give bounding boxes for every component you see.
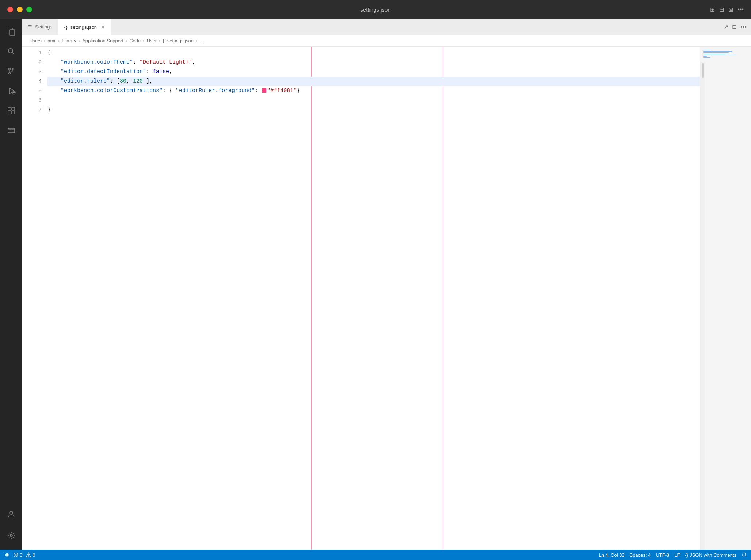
svg-point-19 (10, 511, 13, 514)
editor-area: ☰ Settings {} settings.json ✕ ↗ ⊡ ••• Us… (22, 19, 751, 550)
sidebar-item-explorer[interactable] (2, 23, 20, 41)
settings-json-tab-label: settings.json (70, 24, 97, 30)
minimap-line (703, 55, 736, 55)
breadcrumb-sep-5: › (143, 38, 144, 43)
code-line-2[interactable]: "workbench.colorTheme": "Default Light+"… (47, 58, 700, 67)
code-token (47, 67, 61, 77)
main-container: ☰ Settings {} settings.json ✕ ↗ ⊡ ••• Us… (0, 19, 751, 550)
code-line-5[interactable]: "workbench.colorCustomizations": { "edit… (47, 86, 700, 96)
status-encoding[interactable]: UTF-8 (656, 552, 669, 558)
breadcrumb-sep-4: › (126, 38, 127, 43)
more-actions-icon[interactable]: ••• (737, 6, 744, 13)
code-token: "editorRuler.foreground" (176, 86, 255, 96)
breadcrumb-sep-7: › (196, 38, 197, 43)
split-editor-icon[interactable]: ⊞ (710, 6, 715, 13)
minimap-line (703, 51, 732, 52)
minimap-line (703, 56, 707, 57)
sidebar-item-extensions[interactable] (2, 101, 20, 120)
code-line-4[interactable]: "editor.rulers": [80, 120 ], (47, 77, 700, 86)
status-bar: 0 0 Ln 4, Col 33 Spaces: 4 UTF-8 LF {} J… (0, 550, 751, 560)
status-language[interactable]: {} JSON with Comments (685, 552, 736, 558)
code-content[interactable]: { "workbench.colorTheme": "Default Light… (47, 47, 700, 550)
status-warnings[interactable]: 0 (26, 552, 35, 558)
code-editor[interactable]: 1 2 3 4 5 6 7 { "workbench.colorTheme": … (22, 47, 751, 550)
sidebar-item-run[interactable] (2, 82, 20, 100)
breadcrumb-code[interactable]: Code (129, 38, 141, 43)
sidebar-item-remote[interactable] (2, 121, 20, 139)
remote-icon (7, 126, 16, 135)
code-token: "workbench.colorTheme" (61, 58, 133, 67)
minimap-line (703, 52, 729, 53)
close-tab-icon[interactable]: ✕ (101, 24, 105, 30)
more-editor-actions-icon[interactable]: ••• (740, 24, 747, 30)
svg-rect-10 (14, 92, 15, 93)
window-controls (7, 7, 32, 12)
code-token (47, 77, 61, 86)
code-token: } (297, 86, 300, 96)
explorer-icon (7, 27, 16, 36)
minimap-line (703, 54, 725, 54)
color-swatch[interactable] (262, 88, 266, 93)
code-line-3[interactable]: "editor.detectIndentation": false, (47, 67, 700, 77)
code-token: "editor.detectIndentation" (61, 67, 146, 77)
minimap-thumbnail (700, 47, 751, 62)
split-horizontal-icon[interactable]: ⊟ (719, 6, 724, 13)
svg-rect-12 (12, 107, 15, 110)
split-editor-right-icon[interactable]: ⊡ (732, 23, 737, 30)
svg-point-2 (8, 49, 13, 53)
line-num-5: 5 (22, 86, 42, 96)
code-token: : (255, 86, 261, 96)
open-file-icon[interactable]: ↗ (724, 23, 728, 30)
breadcrumb-library[interactable]: Library (62, 38, 76, 43)
status-line-ending[interactable]: LF (674, 552, 680, 558)
code-token: , (192, 58, 195, 67)
status-errors[interactable]: 0 (13, 552, 22, 558)
sidebar-item-source-control[interactable] (2, 62, 20, 80)
title-bar-actions: ⊞ ⊟ ⊠ ••• (710, 6, 744, 13)
breadcrumb-application-support[interactable]: Application Support (82, 38, 123, 43)
status-cursor-position[interactable]: Ln 4, Col 33 (599, 552, 624, 558)
json-tab-icon: {} (64, 24, 68, 30)
code-token: : (163, 86, 169, 96)
code-line-1[interactable]: { (47, 48, 700, 58)
status-indentation[interactable]: Spaces: 4 (630, 552, 651, 558)
scrollbar-thumb[interactable] (702, 63, 704, 78)
breadcrumb-user[interactable]: User (147, 38, 157, 43)
sidebar-item-search[interactable] (2, 42, 20, 61)
breadcrumb-ellipsis[interactable]: ... (199, 38, 203, 43)
svg-point-29 (28, 556, 29, 557)
brace-icon: {} (685, 552, 688, 558)
svg-rect-13 (8, 111, 11, 114)
svg-point-6 (9, 73, 11, 74)
sidebar-item-account[interactable] (2, 505, 20, 523)
line-num-3: 3 (22, 67, 42, 77)
code-line-6[interactable] (47, 96, 700, 105)
status-notifications[interactable] (742, 552, 747, 557)
code-token (47, 96, 51, 105)
maximize-button[interactable] (26, 7, 32, 12)
code-token: ] (143, 77, 149, 86)
tab-settings[interactable]: ☰ Settings (22, 19, 58, 35)
scrollbar[interactable] (700, 62, 705, 550)
sidebar-item-settings[interactable] (2, 526, 20, 545)
breadcrumb-users[interactable]: Users (29, 38, 42, 43)
account-icon (7, 510, 16, 519)
title-bar: settings.json ⊞ ⊟ ⊠ ••• (0, 0, 751, 19)
split-vertical-icon[interactable]: ⊠ (728, 6, 733, 13)
code-line-7[interactable]: } (47, 105, 700, 115)
svg-point-5 (12, 68, 14, 70)
line-num-4: 4 (22, 77, 42, 86)
status-no-problems-icon[interactable] (4, 552, 9, 557)
code-token: 80 (120, 77, 126, 86)
breadcrumb-sep-2: › (58, 38, 60, 43)
svg-rect-11 (8, 107, 11, 110)
breadcrumb-amr[interactable]: amr (47, 38, 56, 43)
breadcrumb-settings-json[interactable]: {} settings.json (163, 38, 194, 43)
run-icon (7, 87, 16, 95)
tab-settings-json[interactable]: {} settings.json ✕ (58, 19, 111, 35)
extensions-icon (7, 106, 16, 115)
ruler-line-120 (443, 47, 443, 550)
minimize-button[interactable] (17, 7, 23, 12)
status-bar-left: 0 0 (4, 552, 35, 558)
close-button[interactable] (7, 7, 13, 12)
